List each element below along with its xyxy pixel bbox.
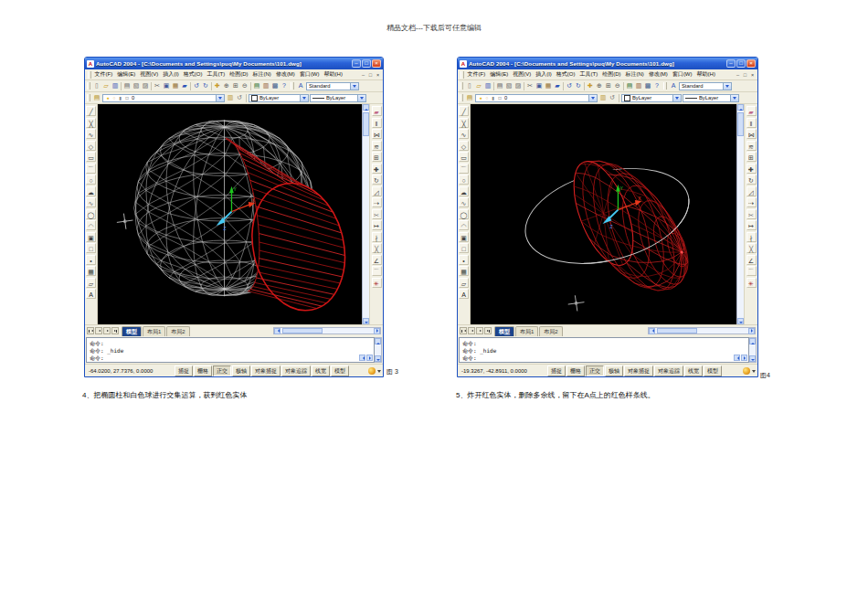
layout-tab[interactable]: 布局2: [166, 326, 189, 336]
menu-item[interactable]: 格式(O): [181, 70, 205, 79]
ellipse-arc-icon[interactable]: ◠: [459, 220, 469, 230]
drawing-canvas[interactable]: YXZ: [98, 104, 362, 324]
dropdown-arrow-icon[interactable]: [357, 95, 365, 101]
status-toggle[interactable]: 正交: [213, 365, 231, 376]
offset-icon[interactable]: ≋: [372, 141, 382, 151]
previous-tab-button[interactable]: [95, 327, 102, 334]
mdi-restore-button[interactable]: □: [367, 72, 374, 78]
layer-lock-icon[interactable]: ▮: [118, 94, 123, 101]
break-point-icon[interactable]: ∤: [746, 232, 757, 242]
text-style-icon[interactable]: A: [669, 81, 678, 90]
pan-icon[interactable]: ✚: [586, 81, 595, 90]
title-bar[interactable]: A AutoCAD 2004 - [C:\Documents and Setti…: [458, 58, 757, 69]
spline-icon[interactable]: ∿: [459, 197, 469, 207]
text-icon[interactable]: A: [459, 289, 469, 299]
line-icon[interactable]: ╱: [86, 106, 96, 116]
copy-icon[interactable]: ▣: [162, 81, 171, 90]
scroll-right-icon[interactable]: [366, 355, 373, 361]
layer-properties-icon[interactable]: ▤: [92, 93, 101, 102]
text-icon[interactable]: A: [86, 289, 96, 299]
status-menu-arrow-icon[interactable]: [377, 370, 381, 375]
style-dropdown[interactable]: Standard: [306, 82, 359, 90]
region-icon[interactable]: ▱: [459, 278, 469, 288]
offset-icon[interactable]: ≋: [746, 141, 757, 151]
scroll-track[interactable]: [363, 111, 369, 318]
menu-item[interactable]: 编辑(E): [488, 70, 511, 79]
ellipse-icon[interactable]: ◯: [459, 209, 469, 219]
explode-icon[interactable]: ✳: [746, 278, 757, 288]
mirror-icon[interactable]: ⋈: [372, 129, 382, 139]
menu-item[interactable]: 修改(M): [646, 70, 670, 79]
scroll-thumb[interactable]: [363, 112, 369, 136]
make-block-icon[interactable]: □: [459, 243, 469, 253]
line-icon[interactable]: ╱: [459, 106, 469, 116]
insert-block-icon[interactable]: ▣: [459, 232, 469, 242]
rotate-icon[interactable]: ↻: [372, 175, 382, 185]
status-menu-arrow-icon[interactable]: [752, 370, 756, 375]
move-icon[interactable]: ✚: [372, 164, 382, 174]
redo-icon[interactable]: ↻: [201, 81, 210, 90]
layer-on-icon[interactable]: ●: [478, 94, 483, 101]
canvas-horizontal-scrollbar[interactable]: [273, 327, 381, 334]
layer-previous-icon[interactable]: ↺: [608, 93, 617, 102]
menu-item[interactable]: 标注(N): [250, 70, 273, 79]
fillet-icon[interactable]: ⌒: [372, 266, 382, 276]
scroll-right-icon[interactable]: [748, 328, 755, 334]
plot-preview-icon[interactable]: ▧: [132, 81, 141, 90]
point-icon[interactable]: •: [459, 255, 469, 265]
status-toggle[interactable]: 极轴: [605, 365, 623, 376]
status-toggle[interactable]: 对象追踪: [281, 365, 311, 376]
polygon-icon[interactable]: ◇: [86, 141, 96, 151]
canvas-vertical-scrollbar[interactable]: [362, 104, 369, 324]
menu-item[interactable]: 插入(I): [534, 70, 555, 79]
cut-icon[interactable]: ✂: [525, 81, 535, 90]
menu-item[interactable]: 标注(N): [623, 70, 646, 79]
circle-icon[interactable]: ○: [86, 175, 96, 185]
menu-item[interactable]: 绘图(D): [600, 70, 623, 79]
layout-tab[interactable]: 模型: [494, 326, 514, 336]
copy-icon[interactable]: ▣: [535, 81, 544, 90]
menu-item[interactable]: 工具(T): [205, 70, 228, 79]
zoom-previous-icon[interactable]: ⊖: [613, 81, 622, 90]
revision-cloud-icon[interactable]: ☁: [86, 186, 96, 196]
last-tab-button[interactable]: [484, 327, 492, 334]
minimize-button[interactable]: –: [726, 59, 736, 68]
chamfer-icon[interactable]: ∠: [746, 255, 757, 265]
scroll-up-icon[interactable]: [363, 104, 369, 111]
make-object-layer-icon[interactable]: ▥: [598, 93, 608, 102]
break-icon[interactable]: ╳: [746, 243, 757, 253]
erase-icon[interactable]: ▰: [372, 106, 382, 116]
status-toggle[interactable]: 极轴: [232, 365, 250, 376]
revision-cloud-icon[interactable]: ☁: [459, 186, 469, 196]
help-icon[interactable]: ?: [280, 81, 289, 90]
scroll-down-icon[interactable]: [749, 355, 756, 362]
undo-icon[interactable]: ↺: [565, 81, 574, 90]
command-scrollbar[interactable]: [749, 337, 757, 363]
first-tab-button[interactable]: [460, 327, 467, 334]
communication-center-icon[interactable]: [743, 367, 750, 375]
make-block-icon[interactable]: □: [86, 243, 96, 253]
last-tab-button[interactable]: [111, 327, 119, 334]
layer-color-icon[interactable]: □: [497, 94, 503, 101]
save-icon[interactable]: ▥: [111, 81, 120, 90]
scroll-thumb[interactable]: [282, 328, 323, 333]
canvas-horizontal-scrollbar[interactable]: [648, 327, 756, 334]
scroll-left-icon[interactable]: [649, 328, 655, 334]
previous-tab-button[interactable]: [468, 327, 475, 334]
menu-item[interactable]: 视图(V): [511, 70, 534, 79]
color-dropdown[interactable]: ByLayer: [621, 94, 682, 102]
layer-dropdown[interactable]: ●○▮□ 0: [475, 94, 598, 102]
dropdown-arrow-icon[interactable]: [588, 95, 597, 101]
scale-icon[interactable]: ◿: [746, 186, 757, 196]
fillet-icon[interactable]: ⌒: [746, 266, 757, 276]
ellipse-arc-icon[interactable]: ◠: [86, 220, 96, 230]
mdi-close-button[interactable]: ×: [375, 72, 381, 78]
title-bar[interactable]: A AutoCAD 2004 - [C:\Documents and Setti…: [85, 58, 383, 69]
hatch-icon[interactable]: ▦: [459, 266, 469, 276]
extend-icon[interactable]: ↦: [746, 220, 757, 230]
open-icon[interactable]: ▱: [101, 81, 111, 90]
scroll-left-icon[interactable]: [274, 328, 281, 334]
region-icon[interactable]: ▱: [86, 278, 96, 288]
layer-properties-icon[interactable]: ▤: [465, 93, 474, 102]
paste-icon[interactable]: ▦: [544, 81, 553, 90]
